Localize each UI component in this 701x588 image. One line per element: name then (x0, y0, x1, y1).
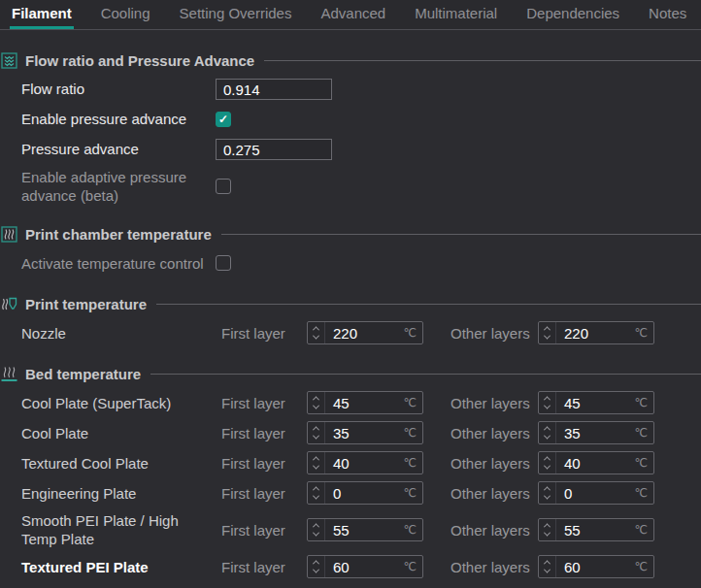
cool-plate-other-layers-temp-spinner[interactable]: 35℃ (538, 421, 654, 444)
other-layers-label: Other layers (451, 485, 538, 502)
spinner-arrows[interactable] (539, 422, 556, 443)
spinner-arrows[interactable] (308, 392, 325, 413)
spinner-down-icon[interactable] (313, 433, 319, 440)
tab-filament[interactable]: Filament (10, 0, 74, 29)
tab-multimaterial[interactable]: Multimaterial (413, 0, 499, 29)
spinner-down-icon[interactable] (313, 567, 319, 573)
textured-cool-plate-other-layers-temp-spinner[interactable]: 40℃ (538, 451, 654, 474)
tab-advanced[interactable]: Advanced (318, 0, 387, 29)
cool-plate-supertack-first-layer-temp-spinner[interactable]: 45℃ (307, 391, 423, 414)
spinner-down-icon[interactable] (544, 463, 551, 470)
setting-row-cool-plate-supertack: Cool Plate (SuperTack)First layer45℃Othe… (0, 391, 701, 414)
smooth-pei-plate-high-temp-plate-other-layers-temp-spinner[interactable]: 55℃ (538, 518, 654, 541)
spinner-arrows[interactable] (539, 519, 556, 540)
engineering-plate-first-layer-temp-value: 0 (325, 485, 404, 502)
textured-cool-plate-first-layer-temp-value: 40 (325, 455, 404, 472)
cool-plate-first-layer-temp-spinner[interactable]: 35℃ (307, 421, 423, 444)
spinner-arrows[interactable] (539, 392, 556, 413)
activate-temperature-control-checkbox[interactable]: ✓ (216, 255, 231, 271)
spinner-down-icon[interactable] (313, 493, 319, 500)
first-layer-label: First layer (221, 425, 307, 441)
setting-row-nozzle: NozzleFirst layer220℃Other layers220℃ (0, 321, 701, 344)
setting-label: Pressure advance (21, 140, 216, 158)
bed-icon (1, 366, 17, 382)
section-divider (221, 234, 701, 235)
enable-adaptive-pressure-advance-beta-checkbox[interactable]: ✓ (216, 179, 231, 194)
spinner-down-icon[interactable] (544, 333, 551, 340)
spinner-arrows[interactable] (308, 556, 325, 577)
spinner-down-icon[interactable] (544, 493, 551, 500)
chamber-icon (1, 226, 17, 243)
flow-ratio-input[interactable] (216, 79, 332, 100)
celsius-unit-label: ℃ (404, 456, 422, 470)
section-title: Print temperature (25, 296, 147, 312)
textured-cool-plate-other-layers-temp-value: 40 (556, 455, 635, 472)
spinner-arrows[interactable] (539, 556, 556, 577)
tab-cooling[interactable]: Cooling (99, 0, 152, 29)
setting-row-pressure-advance: Pressure advance (0, 138, 701, 161)
textured-pei-plate-other-layers-temp-spinner[interactable]: 60℃ (538, 555, 654, 578)
nozzle-other-layers-temp-spinner[interactable]: 220℃ (538, 321, 654, 344)
setting-label: Nozzle (21, 324, 216, 343)
spinner-down-icon[interactable] (313, 463, 319, 470)
first-layer-label: First layer (221, 455, 307, 472)
spinner-arrows[interactable] (539, 482, 556, 504)
setting-label: Textured PEI Plate (21, 558, 216, 576)
spinner-arrows[interactable] (539, 452, 556, 474)
tab-notes[interactable]: Notes (647, 0, 688, 29)
celsius-unit-label: ℃ (635, 326, 653, 340)
first-layer-label: First layer (221, 485, 307, 502)
spinner-down-icon[interactable] (544, 403, 551, 409)
setting-row-enable-adaptive-pressure-advance-beta: Enable adaptive pressure advance (beta)✓ (0, 168, 701, 205)
enable-pressure-advance-checkbox[interactable]: ✓ (216, 112, 231, 127)
celsius-unit-label: ℃ (635, 486, 653, 500)
celsius-unit-label: ℃ (635, 523, 653, 537)
setting-row-cool-plate: Cool PlateFirst layer35℃Other layers35℃ (0, 421, 701, 444)
smooth-pei-plate-high-temp-plate-other-layers-temp-value: 55 (556, 522, 635, 539)
setting-label: Enable adaptive pressure advance (beta) (21, 168, 216, 205)
spinner-arrows[interactable] (308, 322, 325, 343)
celsius-unit-label: ℃ (404, 523, 422, 537)
cool-plate-supertack-other-layers-temp-spinner[interactable]: 45℃ (538, 391, 654, 414)
tab-dependencies[interactable]: Dependencies (524, 0, 621, 29)
spinner-arrows[interactable] (308, 519, 325, 540)
celsius-unit-label: ℃ (404, 486, 422, 500)
section-header-print-chamber-temperature: Print chamber temperature (1, 223, 701, 245)
spinner-arrows[interactable] (539, 322, 556, 343)
spinner-down-icon[interactable] (313, 333, 319, 340)
tab-bar: FilamentCoolingSetting OverridesAdvanced… (0, 0, 701, 30)
smooth-pei-plate-high-temp-plate-first-layer-temp-spinner[interactable]: 55℃ (307, 518, 423, 541)
spinner-down-icon[interactable] (544, 433, 551, 440)
pressure-advance-input[interactable] (216, 139, 332, 160)
settings-content: Flow ratio and Pressure AdvanceFlow rati… (0, 30, 701, 578)
textured-pei-plate-first-layer-temp-spinner[interactable]: 60℃ (307, 555, 423, 578)
checkmark-icon: ✓ (218, 114, 228, 125)
spinner-down-icon[interactable] (544, 530, 551, 537)
nozzle-first-layer-temp-spinner[interactable]: 220℃ (307, 321, 423, 344)
celsius-unit-label: ℃ (404, 396, 422, 409)
cool-plate-first-layer-temp-value: 35 (325, 425, 404, 441)
engineering-plate-first-layer-temp-spinner[interactable]: 0℃ (307, 481, 423, 505)
spinner-arrows[interactable] (308, 422, 325, 443)
tab-setting-overrides[interactable]: Setting Overrides (178, 0, 294, 29)
spinner-arrows[interactable] (308, 452, 325, 474)
cool-plate-supertack-first-layer-temp-value: 45 (325, 395, 404, 411)
cool-plate-other-layers-temp-value: 35 (556, 425, 635, 441)
section-title: Flow ratio and Pressure Advance (25, 52, 254, 69)
spinner-down-icon[interactable] (544, 567, 551, 573)
section-title: Print chamber temperature (25, 226, 212, 243)
engineering-plate-other-layers-temp-value: 0 (556, 485, 635, 502)
section-header-flow-ratio-and-pressure-advance: Flow ratio and Pressure Advance (1, 49, 701, 71)
celsius-unit-label: ℃ (635, 396, 653, 409)
spinner-arrows[interactable] (308, 482, 325, 504)
setting-row-activate-temperature-control: Activate temperature control✓ (0, 251, 701, 275)
celsius-unit-label: ℃ (404, 326, 422, 340)
engineering-plate-other-layers-temp-spinner[interactable]: 0℃ (538, 481, 654, 505)
other-layers-label: Other layers (451, 559, 538, 575)
setting-label: Textured Cool Plate (21, 454, 216, 473)
other-layers-label: Other layers (451, 395, 538, 411)
spinner-down-icon[interactable] (313, 403, 319, 409)
spinner-down-icon[interactable] (313, 530, 319, 537)
textured-cool-plate-first-layer-temp-spinner[interactable]: 40℃ (307, 451, 423, 474)
setting-row-smooth-pei-plate-high-temp-plate: Smooth PEI Plate / High Temp PlateFirst … (0, 511, 701, 548)
